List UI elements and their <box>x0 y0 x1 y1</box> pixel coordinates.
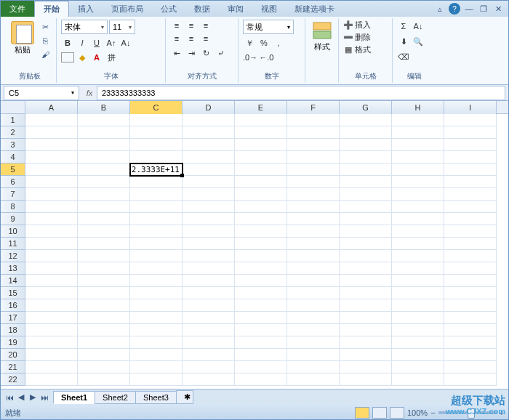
font-color-button[interactable]: A <box>90 51 103 64</box>
col-header-E[interactable]: E <box>235 101 287 114</box>
cell-B20[interactable] <box>78 349 130 361</box>
cell-F19[interactable] <box>287 336 340 349</box>
cell-F4[interactable] <box>287 151 340 163</box>
cell-E18[interactable] <box>235 324 287 336</box>
cell-E1[interactable] <box>235 114 287 126</box>
phonetic-button[interactable]: 拼 <box>105 51 118 64</box>
zoom-slider[interactable] <box>438 411 497 414</box>
cell-B13[interactable] <box>78 262 130 275</box>
cell-E22[interactable] <box>235 373 287 386</box>
cell-H6[interactable] <box>392 176 444 188</box>
cell-D19[interactable] <box>183 336 235 349</box>
font-grow-icon[interactable]: A↑ <box>105 36 118 49</box>
row-header-6[interactable]: 6 <box>1 176 25 188</box>
row-header-5[interactable]: 5 <box>1 163 25 176</box>
cell-A10[interactable] <box>25 225 78 238</box>
cell-I21[interactable] <box>444 361 497 373</box>
decimal-increase-icon[interactable]: .0→ <box>243 51 257 64</box>
cell-I9[interactable] <box>444 213 497 225</box>
wrap-text-icon[interactable]: ⤶ <box>214 47 227 60</box>
indent-decrease-icon[interactable]: ⇤ <box>170 47 183 60</box>
cell-H1[interactable] <box>392 114 444 126</box>
format-painter-icon[interactable]: 🖌 <box>39 49 52 60</box>
cell-E2[interactable] <box>235 126 287 139</box>
cell-D10[interactable] <box>183 225 235 238</box>
cell-E3[interactable] <box>235 139 287 151</box>
row-header-15[interactable]: 15 <box>1 287 25 299</box>
row-header-10[interactable]: 10 <box>1 225 25 238</box>
cell-B16[interactable] <box>78 299 130 312</box>
orientation-icon[interactable]: ↻ <box>199 47 212 60</box>
fill-icon[interactable]: ⬇ <box>397 35 410 48</box>
number-format-combo[interactable]: 常规▾ <box>243 20 294 34</box>
cell-G21[interactable] <box>340 361 392 373</box>
cell-D1[interactable] <box>183 114 235 126</box>
cell-B11[interactable] <box>78 238 130 250</box>
cell-D13[interactable] <box>183 262 235 275</box>
col-header-G[interactable]: G <box>340 101 392 114</box>
cell-E9[interactable] <box>235 213 287 225</box>
copy-icon[interactable]: ⎘ <box>39 35 52 47</box>
cell-G22[interactable] <box>340 373 392 386</box>
cell-B4[interactable] <box>78 151 130 163</box>
view-layout-button[interactable] <box>372 407 387 419</box>
cell-E11[interactable] <box>235 238 287 250</box>
cell-C4[interactable] <box>130 151 183 163</box>
cell-I3[interactable] <box>444 139 497 151</box>
cell-I22[interactable] <box>444 373 497 386</box>
tab-insert[interactable]: 插入 <box>69 1 103 17</box>
cell-E13[interactable] <box>235 262 287 275</box>
italic-button[interactable]: I <box>76 36 89 49</box>
cell-C12[interactable] <box>130 250 183 262</box>
cell-G13[interactable] <box>340 262 392 275</box>
cell-H9[interactable] <box>392 213 444 225</box>
cell-E21[interactable] <box>235 361 287 373</box>
formula-input[interactable]: 233333333333 <box>97 86 505 100</box>
cell-G11[interactable] <box>340 238 392 250</box>
cell-A19[interactable] <box>25 336 78 349</box>
cell-B21[interactable] <box>78 361 130 373</box>
cell-C9[interactable] <box>130 213 183 225</box>
fill-color-button[interactable]: ◆ <box>76 51 89 64</box>
find-icon[interactable]: 🔍 <box>412 35 425 48</box>
cell-B3[interactable] <box>78 139 130 151</box>
help-icon[interactable]: ? <box>449 3 460 15</box>
row-header-17[interactable]: 17 <box>1 312 25 324</box>
cell-F8[interactable] <box>287 201 340 213</box>
cell-G4[interactable] <box>340 151 392 163</box>
cell-C20[interactable] <box>130 349 183 361</box>
align-right-icon[interactable]: ≡ <box>199 33 212 44</box>
format-cells-button[interactable]: ▦格式 <box>343 44 388 55</box>
cell-F16[interactable] <box>287 299 340 312</box>
row-header-2[interactable]: 2 <box>1 126 25 139</box>
cell-C5[interactable]: 2.3333E+11 <box>130 163 183 176</box>
row-header-18[interactable]: 18 <box>1 324 25 336</box>
tab-review[interactable]: 审阅 <box>219 1 252 17</box>
cell-A16[interactable] <box>25 299 78 312</box>
cell-D3[interactable] <box>183 139 235 151</box>
cell-D7[interactable] <box>183 188 235 201</box>
currency-icon[interactable]: ￥ <box>243 36 256 49</box>
cell-H8[interactable] <box>392 201 444 213</box>
cell-H18[interactable] <box>392 324 444 336</box>
tab-formula[interactable]: 公式 <box>152 1 185 17</box>
cell-B17[interactable] <box>78 312 130 324</box>
row-header-4[interactable]: 4 <box>1 151 25 163</box>
cell-C2[interactable] <box>130 126 183 139</box>
window-minimize-icon[interactable]: — <box>463 3 475 15</box>
row-header-16[interactable]: 16 <box>1 299 25 312</box>
decimal-decrease-icon[interactable]: ←.0 <box>259 51 273 64</box>
cell-B19[interactable] <box>78 336 130 349</box>
align-top-icon[interactable]: ≡ <box>170 20 183 31</box>
autosum-icon[interactable]: Σ <box>397 20 410 33</box>
cell-F18[interactable] <box>287 324 340 336</box>
cell-A11[interactable] <box>25 238 78 250</box>
view-normal-button[interactable] <box>355 407 369 419</box>
cell-C10[interactable] <box>130 225 183 238</box>
cell-E4[interactable] <box>235 151 287 163</box>
delete-cells-button[interactable]: ➖删除 <box>343 32 388 43</box>
cell-E16[interactable] <box>235 299 287 312</box>
cell-B18[interactable] <box>78 324 130 336</box>
cell-grid[interactable]: 2.3333E+11 <box>25 114 508 389</box>
cell-H12[interactable] <box>392 250 444 262</box>
